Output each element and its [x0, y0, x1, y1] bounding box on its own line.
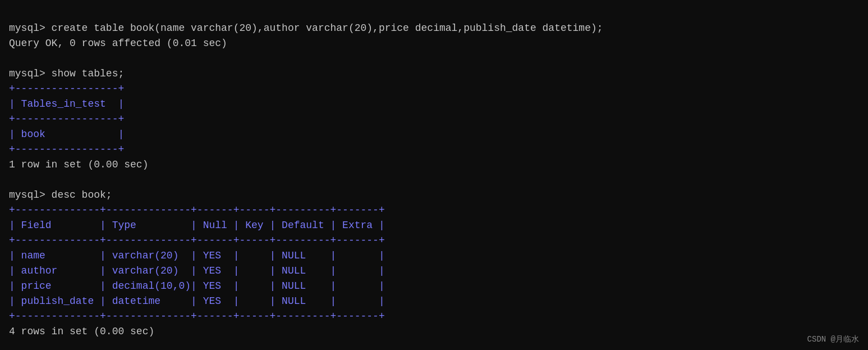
terminal-line: 4 rows in set (0.00 sec) — [9, 324, 859, 339]
terminal-line: mysql> desc book; — [9, 188, 859, 203]
terminal-line: | name | varchar(20) | YES | | NULL | | — [9, 248, 859, 263]
terminal-line: | book | — [9, 127, 859, 142]
terminal-line: mysql> create table book(name varchar(20… — [9, 21, 859, 36]
terminal-line: +--------------+--------------+------+--… — [9, 203, 859, 218]
terminal-line: mysql> show tables; — [9, 66, 859, 81]
terminal-line: +-----------------+ — [9, 81, 859, 97]
terminal-line — [9, 172, 859, 188]
terminal-line: | publish_date | datetime | YES | | NULL… — [9, 294, 859, 309]
terminal-line: +--------------+--------------+------+--… — [9, 309, 859, 324]
terminal-line: | Tables_in_test | — [9, 97, 859, 112]
terminal-output: mysql> create table book(name varchar(20… — [9, 6, 859, 339]
terminal-line: 1 row in set (0.00 sec) — [9, 157, 859, 172]
watermark: CSDN @月临水 — [807, 334, 859, 344]
terminal-line: +--------------+--------------+------+--… — [9, 233, 859, 248]
terminal-line — [9, 51, 859, 66]
terminal-line: +-----------------+ — [9, 112, 859, 127]
terminal-line: | price | decimal(10,0)| YES | | NULL | … — [9, 279, 859, 294]
terminal-line: +-----------------+ — [9, 142, 859, 157]
terminal-line: | author | varchar(20) | YES | | NULL | … — [9, 263, 859, 279]
terminal-line: | Field | Type | Null | Key | Default | … — [9, 218, 859, 233]
terminal-line: Query OK, 0 rows affected (0.01 sec) — [9, 36, 859, 51]
